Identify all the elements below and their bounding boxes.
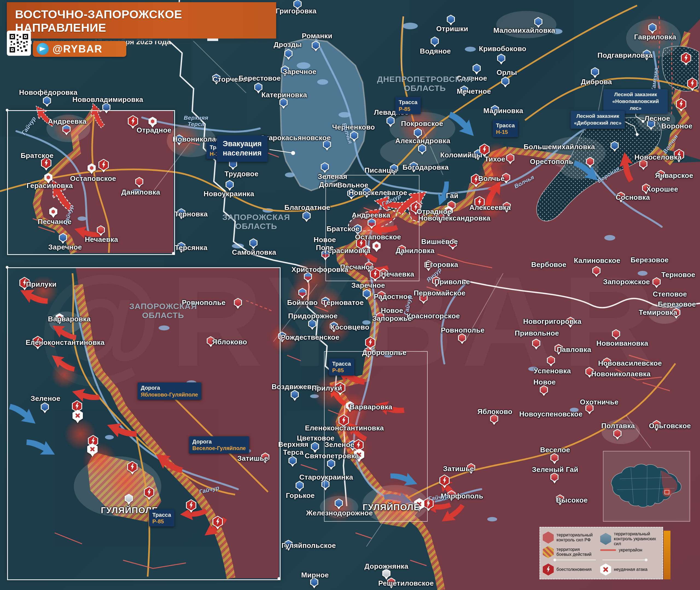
settlement-label: Богодаровка [403,164,449,172]
settlement-marker-blue [288,456,297,465]
settlement-marker-red [586,157,594,166]
legend-label-bolt: боестолкновения [556,567,592,572]
settlement-label: Благодатное [284,204,330,211]
title-panel: ВОСТОЧНО-ЗАПОРОЖСКОЕ НАПРАВЛЕНИЕ Обстано… [7,2,276,38]
inset-frame-gulyaypole [7,267,280,580]
settlement-marker-blue [321,162,329,171]
settlement-marker-red [506,153,514,163]
settlement-label: Орестополь [530,158,573,166]
settlement-label: Рождественское [281,333,340,341]
legend-label-ua: территориальный контроль украинских сил [614,531,661,546]
forest-reserve-callout: Лесной заказник «Дибровский лес» [571,111,625,129]
river-label: Каменка [650,67,659,92]
settlement-label: Мирное [301,571,329,579]
settlement-label: Горькое [286,492,315,500]
settlement-marker-red [612,329,620,338]
settlement-label: Алексеевка [469,204,511,211]
settlement-label: Первомайское [414,289,465,297]
settlement-marker-red [458,333,466,343]
settlement-marker-blue [43,96,51,105]
settlement-marker-blue [386,116,395,125]
settlement-label: Гавриловка [634,33,676,41]
title-underline [7,38,276,41]
settlement-label: Высокое [556,496,588,504]
settlement-label: Январское [655,172,693,180]
settlement-label: Новониколаевка [591,370,650,378]
settlement-label: Терсянка [175,244,207,252]
legend-label-rf: территориальный контроль сил РФ [556,532,595,543]
settlement-label: Подгавриловка [598,52,653,59]
region-label: ЗАПОРОЖСКАЯ ОБЛАСТЬ [222,213,290,231]
settlement-label: Запорожское [603,278,650,286]
settlement-label: Решетиловское [378,580,434,588]
settlement-marker-blue [472,64,481,73]
settlement-label: Терноватое [322,299,364,307]
settlement-marker-blue [226,180,234,189]
frame-dot [6,109,8,111]
settlement-label: Терновое [662,271,695,279]
combat-icon [681,52,691,64]
inset-frame-andreevka [7,110,175,255]
combat-icon [676,98,686,110]
settlement-label: Трудовое [225,170,258,178]
settlement-marker-blue [431,36,439,46]
river-label: Верхняя Терса [184,114,208,127]
map-title: ВОСТОЧНО-ЗАПОРОЖСКОЕ НАПРАВЛЕНИЕ [15,8,276,34]
settlement-label: Зеленый Гай [532,466,578,474]
settlement-label: Гуляйпольское [281,542,336,550]
frame-dot [277,577,280,580]
legend-label-warzone: территория боевых действий [556,547,595,557]
ukraine-minimap-svg [604,452,689,520]
river-label: Гайчур [428,493,449,502]
settlement-label: Писанцы [364,167,397,174]
settlement-marker-red [540,385,548,395]
settlement-marker-blue [279,98,288,107]
settlement-label: Маломихайловка [493,27,555,35]
settlement-label: Заречное [351,282,385,289]
settlement-label: Веселое [540,446,570,454]
settlement-label: Нововладимировка [73,96,143,104]
settlement-label: Косовцево [331,323,369,331]
settlement-marker-blue [501,77,509,86]
settlement-marker-blue [611,141,619,150]
settlement-marker-red [613,429,621,438]
settlement-label: Березовое [630,256,669,264]
settlement-label: Дорожнянка [364,562,409,570]
settlement-marker-blue [295,481,304,490]
river-label: Вороная [596,165,621,184]
settlement-marker-blue [497,54,505,63]
settlement-label: Ольговское [649,422,691,430]
settlement-label: Орлы [497,69,517,77]
settlement-marker-red [592,266,601,275]
settlement-marker-blue [363,289,371,298]
river-label: Волчья [513,174,535,190]
frame-dot [172,252,175,255]
ukraine-minimap [603,451,690,522]
settlement-label: Калиновское [574,257,620,265]
settlement-label: Романки [302,32,333,40]
channel-name: @RYBAR [53,43,102,55]
settlement-label: Катериновка [261,91,307,99]
settlement-label: Успеновка [534,367,571,375]
legend-divider [555,560,646,560]
settlement-label: Волчье [478,175,505,183]
settlement-label: Степовое [653,291,687,298]
settlement-marker-blue [648,23,657,32]
settlement-label: Новогригоровка [523,317,581,325]
settlement-label: Старокасьяновское [260,134,331,142]
legend-warzone-hex-icon [543,546,554,558]
settlement-label: Темировка [639,309,677,317]
settlement-label: Черненково [332,123,375,131]
settlement-marker-mixed [298,288,307,297]
settlement-label: Новофёдоровка [19,89,78,96]
rybar-badge: @RYBAR [33,41,126,57]
evacuation-callout: Эвакуация населения [216,135,268,162]
settlement-label: Берестовое [239,75,281,83]
qr-pattern [9,33,29,53]
settlement-marker-blue [534,17,542,26]
settlement-marker-blue [414,128,422,137]
situation-map: @RYBAR ГригоровкаРоманкиДроздыЗаречноеСт… [0,0,700,590]
settlement-label: Полтавка [601,422,635,430]
settlement-label: Самойловка [232,249,276,256]
settlement-label: Ровнополье [441,326,485,334]
